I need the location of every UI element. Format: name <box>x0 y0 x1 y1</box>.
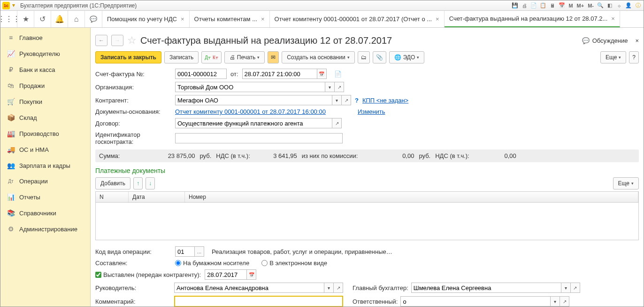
close-icon[interactable]: × <box>611 15 615 22</box>
sidebar-item-catalogs[interactable]: 📚Справочники <box>0 205 90 221</box>
tab-invoice-12[interactable]: Счет-фактура выданный на реализацию 12 о… <box>445 11 620 27</box>
bell-icon[interactable]: 🔔 <box>51 11 68 27</box>
chief-acc-input[interactable] <box>411 283 561 293</box>
dropdown-icon[interactable]: ▾ <box>561 283 571 293</box>
panel-icon[interactable]: ◧ <box>606 2 613 9</box>
nav-back-button[interactable]: ← <box>95 35 107 46</box>
memory-mplus-button[interactable]: M+ <box>576 2 585 9</box>
apps-grid-icon[interactable]: ⋮⋮⋮ <box>0 11 17 27</box>
files-button[interactable]: 🗂 <box>358 51 370 63</box>
move-up-button[interactable]: ↑ <box>133 177 143 189</box>
contr-input[interactable] <box>175 95 332 105</box>
kpp-link[interactable]: КПП <не задан> <box>362 97 408 104</box>
gos-input[interactable] <box>175 133 343 143</box>
dropdown-icon[interactable]: ▾ <box>551 296 560 307</box>
open-icon[interactable]: ↗ <box>560 296 569 307</box>
favorite-star-icon[interactable]: ★ <box>17 11 34 27</box>
payments-more-button[interactable]: Еще▾ <box>613 177 639 189</box>
create-based-button[interactable]: Создать на основании▾ <box>282 51 355 63</box>
help-button[interactable]: ? <box>629 51 639 63</box>
memory-m-button[interactable]: M <box>567 2 574 9</box>
print-button[interactable]: 🖨Печать▾ <box>224 51 265 63</box>
save-disk-icon[interactable]: 💾 <box>511 2 519 9</box>
sidebar-item-assets[interactable]: 🚚ОС и НМА <box>0 142 90 157</box>
manager-input[interactable] <box>174 283 324 293</box>
open-icon[interactable]: ↗ <box>332 118 342 128</box>
issued-checkbox-input[interactable] <box>95 272 101 278</box>
info-icon[interactable]: ⓘ <box>634 2 642 9</box>
open-icon[interactable]: ↗ <box>342 95 351 105</box>
issued-checkbox[interactable]: Выставлен (передан контрагенту): <box>95 271 201 278</box>
close-icon[interactable]: × <box>181 16 184 23</box>
memory-mminus-button[interactable]: M- <box>587 2 595 9</box>
tab-vat-helper[interactable]: Помощник по учету НДС × <box>102 11 190 27</box>
calendar-icon[interactable]: 📅 <box>558 2 566 9</box>
print-icon[interactable]: 🖨 <box>521 2 528 9</box>
link-icon[interactable]: ⟐ <box>615 2 623 9</box>
radio-paper-input[interactable] <box>175 260 181 266</box>
radio-paper[interactable]: На бумажном носителе <box>175 260 249 267</box>
special-action-icon[interactable]: 📄 <box>334 71 342 78</box>
sidebar-item-reports[interactable]: 📊Отчеты <box>0 189 90 205</box>
calc-icon[interactable]: 🖩 <box>549 2 556 9</box>
tab-chat-icon[interactable]: 💬 <box>85 11 102 27</box>
search-icon[interactable]: 🔍 <box>597 2 604 9</box>
tab-committee-reports[interactable]: Отчеты комитентам ... × <box>190 11 270 27</box>
move-down-button[interactable]: ↓ <box>146 177 155 189</box>
open-icon[interactable]: ↗ <box>334 283 343 293</box>
sidebar-item-manager[interactable]: 📈Руководителю <box>0 46 90 62</box>
tab-report-0001[interactable]: Отчет комитенту 0001-000001 от 28.07.201… <box>270 11 445 27</box>
discuss-icon[interactable]: 💬 <box>582 37 590 44</box>
save-close-button[interactable]: Записать и закрыть <box>95 51 161 63</box>
more-button[interactable]: Еще▾ <box>600 51 626 63</box>
history-icon[interactable]: ↺ <box>34 11 51 27</box>
sidebar-item-operations[interactable]: ДтОперации <box>0 173 90 189</box>
calendar-picker-icon[interactable]: 📅 <box>247 269 256 280</box>
issued-date-input[interactable] <box>205 269 247 280</box>
sidebar-item-main[interactable]: ≡Главное <box>0 30 90 46</box>
op-code-input[interactable] <box>175 246 195 257</box>
sidebar-item-purchases[interactable]: 🛒Покупки <box>0 94 90 110</box>
sf-no-input[interactable] <box>175 69 227 79</box>
user-icon[interactable]: 👤 <box>625 2 632 9</box>
col-n[interactable]: N <box>96 192 129 202</box>
open-icon[interactable]: ↗ <box>335 82 344 92</box>
select-icon[interactable]: … <box>195 246 204 257</box>
copy-icon[interactable]: 📋 <box>539 2 547 9</box>
close-icon[interactable]: × <box>436 16 439 23</box>
date-input[interactable] <box>242 69 317 79</box>
mail-button[interactable]: ✉ <box>268 51 279 63</box>
add-payment-button[interactable]: Добавить <box>95 177 130 189</box>
calendar-picker-icon[interactable]: 📅 <box>317 69 327 79</box>
attach-button[interactable]: 📎 <box>373 51 386 63</box>
sidebar-item-sales[interactable]: 🛍Продажи <box>0 78 90 94</box>
open-icon[interactable]: ↗ <box>571 283 580 293</box>
close-icon[interactable]: × <box>261 16 265 23</box>
col-num[interactable]: Номер <box>185 192 638 202</box>
sidebar-item-bank[interactable]: ₽Банк и касса <box>0 62 90 78</box>
sidebar-item-production[interactable]: 🏭Производство <box>0 126 90 142</box>
save-button[interactable]: Записать <box>164 51 199 63</box>
close-panel-icon[interactable]: × <box>635 37 639 44</box>
file-icon[interactable]: 📄 <box>530 2 537 9</box>
help-question-icon[interactable]: ? <box>355 97 359 104</box>
dropdown-icon[interactable]: ▾ <box>324 283 334 293</box>
radio-electronic[interactable]: В электронном виде <box>261 260 327 267</box>
payments-table-body[interactable] <box>95 203 639 240</box>
org-input[interactable] <box>175 82 325 92</box>
dropdown-icon[interactable]: ▾ <box>325 82 335 92</box>
nav-forward-button[interactable]: → <box>111 35 123 46</box>
dtkt-button[interactable]: ДᴛКᴛ <box>201 51 222 63</box>
favorite-toggle-icon[interactable]: ☆ <box>127 34 137 47</box>
sidebar-item-admin[interactable]: ⚙Администрирование <box>0 221 90 237</box>
sidebar-item-warehouse[interactable]: 📦Склад <box>0 110 90 126</box>
dropdown-icon[interactable]: ▾ <box>332 95 342 105</box>
home-icon[interactable]: ⌂ <box>68 11 85 27</box>
col-date[interactable]: Дата <box>129 192 185 202</box>
edo-button[interactable]: 🌐ЭДО▾ <box>389 51 425 63</box>
sidebar-item-salary[interactable]: 👥Зарплата и кадры <box>0 157 90 173</box>
contract-input[interactable] <box>175 118 332 128</box>
change-link[interactable]: Изменить <box>358 108 385 115</box>
app-menu-dropdown-icon[interactable]: ▾ <box>10 2 17 9</box>
comment-input[interactable] <box>174 296 343 307</box>
